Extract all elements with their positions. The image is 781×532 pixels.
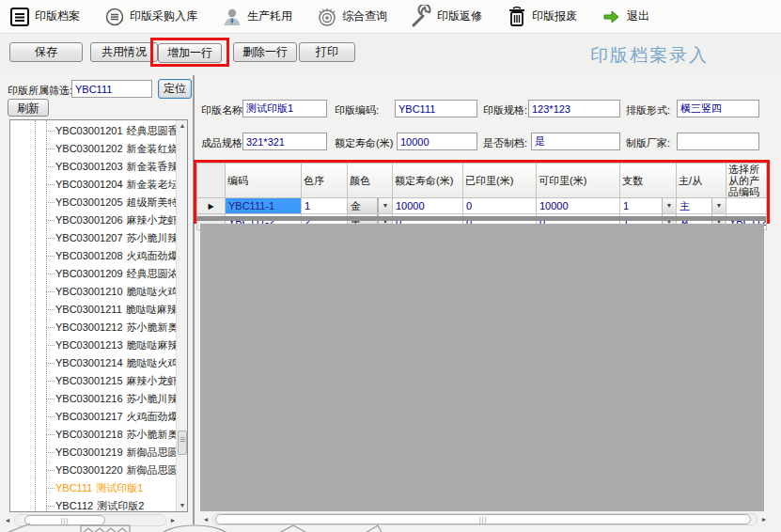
cell-count-dropdown[interactable]: 1: [620, 198, 677, 214]
panel-splitter[interactable]: [193, 75, 195, 524]
cell-printable[interactable]: 10000: [537, 198, 620, 214]
grid-new-row-strip: [196, 216, 766, 221]
tree-item[interactable]: YBC112测试印版2: [10, 497, 177, 511]
toolbar-item-plate-repair[interactable]: 印版返修: [410, 5, 482, 29]
plate-code-label: 印版编码:: [335, 103, 379, 117]
layout-form-input[interactable]: [677, 100, 759, 117]
dropdown-arrow-icon[interactable]: [711, 198, 726, 213]
tree-item[interactable]: YBC03001218苏小脆新奥尔良鸡: [10, 426, 177, 444]
tree-item[interactable]: YBC03001212苏小脆新奥尔良鸡: [10, 319, 177, 336]
tree-item[interactable]: YBC03001207苏小脆川辣牛肉5: [10, 229, 177, 247]
dropdown-arrow-icon[interactable]: [662, 198, 676, 213]
save-button[interactable]: 保存: [9, 42, 83, 62]
plate-maker-input[interactable]: [677, 133, 759, 150]
tree-item[interactable]: YBC03001211脆哒哒麻辣小龙虾: [10, 301, 177, 319]
tree-item-code: YBC03001218: [55, 429, 123, 440]
tree-item-name: 新金装红烧牛肉面: [127, 143, 177, 154]
refresh-button[interactable]: 刷新: [8, 99, 49, 117]
tree-item-name: 经典思圆香辣牛肉面: [127, 125, 177, 136]
toolbar-item-plate-purchase[interactable]: 印版采购入库: [102, 5, 197, 29]
add-row-button[interactable]: 增加一行: [158, 43, 222, 63]
grid-hscroll-thumb[interactable]: [215, 514, 751, 524]
grid-hscroll-track[interactable]: [212, 513, 758, 525]
tree-item-name: 麻辣小龙虾55g: [127, 214, 177, 226]
tree-horizontal-scrollbar[interactable]: ◄ ►: [2, 514, 179, 526]
tree-item[interactable]: YBC03001219新御品思圆香辣牛: [10, 444, 177, 462]
tree-item[interactable]: YBC03001204新金装老坛酸菜面: [10, 176, 177, 194]
scroll-up-icon[interactable]: ▲: [177, 120, 188, 132]
tree-item-name: 测试印版2: [97, 500, 144, 511]
plate-code-input[interactable]: [395, 100, 477, 117]
col-header-role[interactable]: 主/从: [677, 164, 726, 198]
tree-item[interactable]: YBC03001214脆哒哒火鸡面55g: [10, 354, 177, 372]
cell-life[interactable]: 10000: [393, 198, 463, 214]
scroll-right-icon[interactable]: ►: [167, 514, 179, 526]
col-header-code[interactable]: 编码: [226, 164, 302, 198]
plate-spec-input[interactable]: [528, 100, 620, 117]
col-header-color[interactable]: 颜色: [348, 164, 393, 198]
tree-item-code: YBC03001211: [55, 304, 122, 315]
col-header-color-seq[interactable]: 色序: [302, 164, 348, 198]
col-header-count[interactable]: 支数: [620, 164, 677, 198]
cell-seq[interactable]: 1: [302, 198, 348, 214]
toolbar-label: 印版报废: [532, 8, 577, 24]
col-header-printable[interactable]: 可印里(米): [537, 164, 620, 198]
tree-item[interactable]: YBC03001215麻辣小龙虾55g15: [10, 372, 177, 390]
product-tree: YBC03001201经典思圆香辣牛肉面 YBC03001202新金装红烧牛肉面…: [9, 119, 188, 512]
dropdown-arrow-icon[interactable]: [378, 198, 392, 213]
cell-from-code[interactable]: [726, 198, 767, 214]
tree-item-code: YBC03001220: [55, 464, 123, 476]
tree-item[interactable]: YBC03001206麻辣小龙虾55g: [10, 211, 177, 229]
tree-hscroll-thumb[interactable]: [24, 515, 105, 525]
rated-life-input[interactable]: [397, 133, 477, 150]
tree-item-code: YBC03001203: [55, 161, 123, 172]
toolbar-item-production-use[interactable]: 生产耗用: [220, 5, 292, 29]
tree-hscroll-track[interactable]: [14, 514, 166, 526]
color-value[interactable]: 金: [348, 198, 378, 213]
cell-printed[interactable]: 0: [463, 198, 537, 214]
toolbar-item-plate-scrap[interactable]: 印版报废: [505, 5, 577, 29]
tree-item[interactable]: YBC03001208火鸡面劲爆火鸡5: [10, 247, 177, 265]
role-value[interactable]: 主: [677, 198, 711, 213]
count-value[interactable]: 1: [620, 198, 662, 213]
tree-item[interactable]: YBC03001202新金装红烧牛肉面: [10, 140, 177, 158]
tree-item[interactable]: YBC03001216苏小脆川辣牛肉5: [10, 390, 177, 408]
grid-row-1: YBC111-1 1 金 10000 0 10000 1 主: [197, 198, 767, 214]
grid-horizontal-scrollbar[interactable]: ◄ ►: [200, 513, 770, 525]
shared-usage-button[interactable]: 共用情况: [90, 42, 158, 62]
scroll-left-icon[interactable]: ◄: [2, 514, 13, 526]
tree-vertical-scrollbar[interactable]: ▲ ▼: [176, 120, 187, 511]
toolbar-item-query[interactable]: 综合查询: [315, 5, 387, 29]
plate-name-input[interactable]: [242, 100, 327, 117]
col-header-rated-life[interactable]: 额定寿命(米): [393, 164, 463, 198]
cell-role-dropdown[interactable]: 主: [677, 198, 726, 214]
tree-scrollbar-thumb[interactable]: [178, 430, 187, 455]
current-row-marker[interactable]: [197, 198, 226, 214]
tree-item[interactable]: YBC03001209经典思圆浓香排骨: [10, 265, 177, 283]
cell-color-dropdown[interactable]: 金: [348, 198, 393, 214]
tree-item[interactable]: YBC03001220新御品思圆红烧牛: [10, 462, 177, 479]
archived-input[interactable]: [531, 133, 620, 150]
tree-item[interactable]: YBC03001201经典思圆香辣牛肉面: [10, 122, 177, 140]
col-header-from-code[interactable]: 选择所从的产品编码: [726, 164, 767, 198]
archived-label: 是否制档:: [483, 136, 527, 150]
print-button[interactable]: 打印: [299, 42, 355, 62]
toolbar-item-plate-archive[interactable]: 印版档案: [8, 5, 80, 29]
col-header-printed[interactable]: 已印里(米): [463, 164, 537, 198]
scroll-left-icon[interactable]: ◄: [200, 513, 211, 525]
tree-item[interactable]: YBC03001217火鸡面劲爆火鸡5: [10, 408, 177, 426]
cell-code[interactable]: YBC111-1: [226, 198, 302, 214]
tree-item[interactable]: YBC03001203新金装香辣牛肉面: [10, 158, 177, 176]
exit-arrow-icon: [600, 5, 624, 29]
tree-item[interactable]: YBC03001210脆哒哒火鸡面55g: [10, 283, 177, 301]
tree-item[interactable]: YBC03001213脆哒哒麻辣小龙虾: [10, 336, 177, 354]
scroll-down-icon[interactable]: ▼: [177, 500, 188, 511]
tree-item[interactable]: YBC111测试印版1: [10, 479, 177, 497]
delete-row-button[interactable]: 删除一行: [233, 42, 297, 62]
plate-filter-input[interactable]: [71, 80, 152, 98]
locate-button[interactable]: 定位: [158, 79, 192, 99]
scroll-right-icon[interactable]: ►: [758, 513, 770, 525]
tree-item[interactable]: YBC03001205超级斯美特香牛: [10, 194, 177, 211]
toolbar-item-exit[interactable]: 退出: [600, 5, 649, 29]
product-spec-input[interactable]: [242, 133, 327, 150]
